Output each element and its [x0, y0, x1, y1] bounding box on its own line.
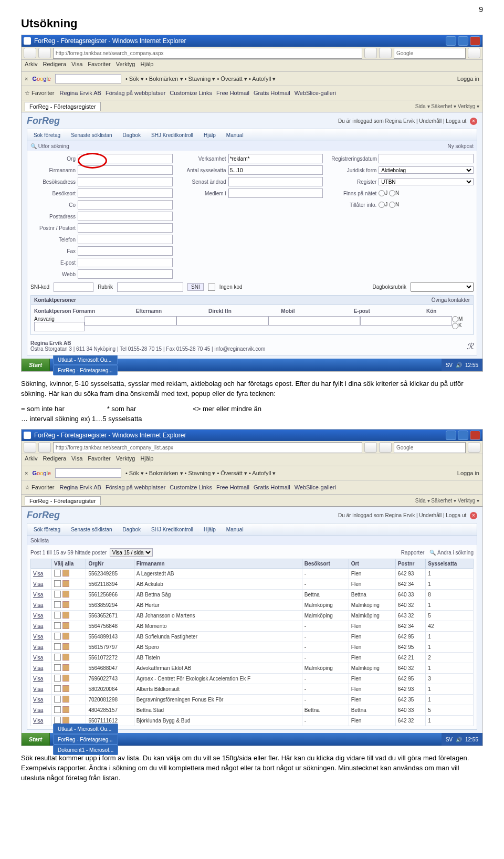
google-item[interactable]: • Översätt ▾ [215, 76, 247, 82]
kontakt-fornamn-input[interactable] [34, 322, 85, 331]
close-button[interactable] [470, 431, 480, 440]
menu-arkiv[interactable]: Arkiv [25, 61, 37, 70]
postnrpostort-input[interactable] [78, 223, 173, 233]
forward-button[interactable] [38, 442, 51, 453]
fr-tab[interactable]: Hjälp [200, 526, 220, 533]
menu-visa[interactable]: Visa [71, 455, 82, 465]
andra-sokning-button[interactable]: 🔍 Ändra i sökning [429, 550, 474, 556]
select-checkbox[interactable] [54, 717, 61, 724]
remove-icon[interactable] [62, 643, 69, 650]
radio-j[interactable] [379, 190, 385, 196]
fav-link[interactable]: WebSlice-galleri [295, 90, 336, 96]
fav-link[interactable]: Förslag på webbplatser [106, 90, 165, 96]
remove-icon[interactable] [62, 675, 69, 682]
remove-icon[interactable] [62, 612, 69, 619]
menu-verktyg[interactable]: Verktyg [116, 455, 135, 465]
remove-icon[interactable] [62, 706, 69, 713]
menu-arkiv[interactable]: Arkiv [25, 455, 37, 465]
search-go-button[interactable] [468, 48, 480, 58]
postadress-input[interactable] [78, 212, 173, 221]
remove-icon[interactable] [62, 685, 69, 692]
fr-tab[interactable]: Dagbok [119, 131, 145, 139]
fr-tab[interactable]: Dagbok [119, 526, 145, 533]
fr-tab[interactable]: Sök företag [29, 131, 65, 139]
ie-page-tools[interactable]: Sida ▾ Säkerhet ▾ Verktyg ▾ [415, 103, 479, 109]
fr-tab[interactable]: Sök företag [29, 526, 65, 533]
close-x[interactable]: × [25, 76, 28, 82]
kon-k-radio[interactable] [452, 323, 458, 329]
mid-input[interactable] [228, 188, 323, 198]
visa-link[interactable]: Visa [33, 686, 43, 692]
search-box[interactable] [394, 48, 466, 59]
remove-icon[interactable] [62, 654, 69, 661]
back-button[interactable] [24, 442, 36, 453]
fr-tab[interactable]: Senaste söklistan [67, 131, 116, 139]
select-checkbox[interactable] [54, 591, 61, 598]
search-box[interactable] [394, 442, 466, 453]
rubrik-input[interactable] [117, 282, 183, 292]
visa-link[interactable]: Visa [33, 697, 43, 703]
mid-input[interactable] [228, 177, 323, 186]
refresh-button[interactable] [364, 48, 377, 58]
select-checkbox[interactable] [54, 570, 61, 577]
fav-link[interactable]: Free Hotmail [216, 90, 249, 96]
start-button[interactable]: Start [22, 733, 50, 746]
kontakt-epost-input[interactable] [360, 316, 452, 326]
fr-tab[interactable]: SHJ Kreditkontroll [147, 526, 197, 533]
browser-tab[interactable]: ForReg - Företagsregister [25, 496, 101, 505]
stop-button[interactable] [379, 442, 392, 453]
ingen-kod-checkbox[interactable] [208, 284, 215, 291]
visa-link[interactable]: Visa [33, 676, 43, 682]
col-header[interactable]: Ort [349, 559, 395, 569]
remove-icon[interactable] [62, 601, 69, 608]
sni-button[interactable]: SNI [187, 283, 204, 291]
refresh-button[interactable] [364, 442, 377, 453]
col-header[interactable]: Firmanamn [134, 559, 302, 569]
kontakt-mobil-input[interactable] [268, 316, 360, 326]
remove-icon[interactable] [62, 717, 69, 724]
taskbar-item[interactable]: ForReg - Företagsreg... [53, 365, 117, 375]
fax-input[interactable] [78, 246, 173, 256]
sni-kod-input[interactable] [54, 282, 93, 292]
fav-link[interactable]: Gratis Hotmail [254, 90, 290, 96]
kon-m-radio[interactable] [452, 316, 458, 322]
maximize-button[interactable] [458, 431, 468, 440]
fav-link[interactable]: WebSlice-galleri [295, 484, 336, 490]
select-checkbox[interactable] [54, 685, 61, 692]
browser-tab[interactable]: ForReg - Företagsregister [25, 102, 101, 111]
right-select[interactable]: UTBN [379, 178, 474, 185]
google-login[interactable]: Logga in [457, 76, 479, 82]
close-button[interactable] [470, 36, 480, 46]
menu-verktyg[interactable]: Verktyg [116, 61, 135, 70]
select-checkbox[interactable] [54, 612, 61, 619]
mid-input[interactable] [228, 165, 323, 175]
ovriga-kontakter-button[interactable]: Övriga kontakter [432, 297, 470, 303]
google-search-input[interactable] [55, 468, 121, 478]
radio-n[interactable] [389, 190, 395, 196]
stop-button[interactable] [379, 48, 392, 58]
select-checkbox[interactable] [54, 633, 61, 640]
radio-j[interactable] [379, 202, 385, 208]
select-checkbox[interactable] [54, 601, 61, 608]
col-header[interactable]: OrgNr [86, 559, 134, 569]
remove-icon[interactable] [62, 696, 69, 703]
col-header[interactable]: Besöksort [302, 559, 349, 569]
col-header[interactable]: Välj alla [51, 559, 86, 569]
google-item[interactable]: • Stavning ▾ [183, 470, 216, 476]
menu-favoriter[interactable]: Favoriter [88, 61, 110, 70]
ny-sokpost-button[interactable]: Ny sökpost [448, 143, 474, 149]
dagboksrubrik-select[interactable] [411, 282, 474, 292]
address-bar[interactable] [53, 442, 362, 453]
taskbar-item[interactable]: Utkast - Microsoft Ou... [53, 724, 118, 734]
visa-link[interactable]: Visa [33, 634, 43, 640]
select-checkbox[interactable] [54, 654, 61, 661]
remove-icon[interactable] [62, 664, 69, 671]
visa-link[interactable]: Visa [33, 613, 43, 619]
menu-hjälp[interactable]: Hjälp [140, 61, 153, 70]
visa-link[interactable]: Visa [33, 571, 43, 577]
telefon-input[interactable] [78, 235, 173, 244]
logout-icon[interactable]: × [470, 118, 477, 125]
google-item[interactable]: • Sök ▾ [125, 470, 144, 476]
kontakt-direkttfn-input[interactable] [176, 316, 268, 326]
select-checkbox[interactable] [54, 580, 61, 587]
